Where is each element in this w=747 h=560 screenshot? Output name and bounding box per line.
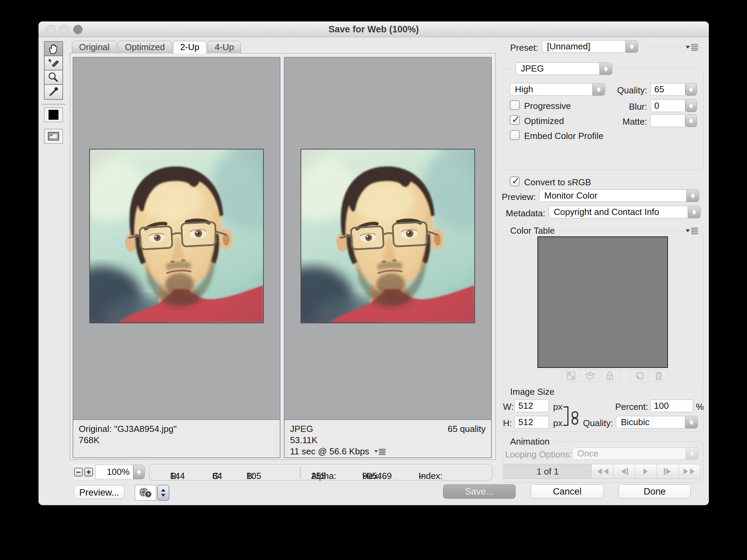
metadata-select[interactable]: Copyright and Contact Info bbox=[549, 206, 701, 218]
play-button[interactable] bbox=[635, 464, 657, 479]
original-pane[interactable]: Original: "GJ3A8954.jpg" 768K bbox=[73, 57, 280, 458]
delete-color-button[interactable] bbox=[649, 370, 669, 382]
play-icon bbox=[643, 468, 651, 475]
chevron-updown-icon bbox=[625, 40, 638, 53]
optimized-image bbox=[301, 149, 475, 323]
color-table-actions-left bbox=[561, 370, 620, 382]
done-button[interactable]: Done bbox=[619, 484, 691, 499]
optimized-canvas[interactable] bbox=[285, 58, 491, 419]
new-color-button[interactable] bbox=[630, 370, 649, 382]
last-frame-button[interactable] bbox=[679, 464, 701, 479]
zoom-out-button[interactable]: − bbox=[74, 468, 83, 477]
percent-input[interactable] bbox=[650, 400, 693, 412]
tab-2up[interactable]: 2-Up bbox=[173, 41, 207, 53]
convert-srgb-checkbox[interactable] bbox=[510, 176, 520, 186]
zoom-in-button[interactable]: + bbox=[84, 468, 93, 477]
preset-rule-left bbox=[501, 48, 508, 48]
browser-select-button[interactable]: ? bbox=[135, 485, 156, 501]
preset-select[interactable]: [Unnamed] bbox=[542, 40, 638, 53]
preview-select[interactable]: Monitor Color bbox=[539, 189, 699, 202]
looping-options-select[interactable]: Once bbox=[572, 447, 699, 460]
compression-select[interactable]: High bbox=[510, 83, 605, 96]
original-canvas[interactable] bbox=[73, 58, 280, 419]
height-input[interactable] bbox=[515, 416, 549, 429]
hand-tool-button[interactable] bbox=[45, 42, 62, 56]
previous-frame-button[interactable] bbox=[613, 464, 635, 479]
resample-quality-select[interactable]: Bicubic bbox=[616, 416, 698, 429]
width-unit: px bbox=[553, 402, 562, 412]
hand-icon bbox=[47, 43, 60, 55]
eyedropper-tool-button[interactable] bbox=[45, 85, 62, 99]
chevron-updown-icon bbox=[686, 189, 699, 202]
embed-color-profile-checkbox[interactable] bbox=[510, 130, 520, 140]
titlebar[interactable]: Save for Web (100%) bbox=[39, 21, 709, 37]
web-shift-button[interactable] bbox=[581, 370, 600, 382]
next-frame-button[interactable] bbox=[657, 464, 679, 479]
svg-text:?: ? bbox=[147, 492, 150, 497]
matte-stepper[interactable] bbox=[685, 114, 697, 127]
transparency-button[interactable] bbox=[561, 370, 581, 382]
progressive-checkbox[interactable] bbox=[510, 100, 520, 110]
toggle-slices-button[interactable] bbox=[44, 129, 63, 144]
matte-input[interactable] bbox=[651, 114, 685, 127]
zoom-icon bbox=[47, 72, 60, 83]
eyedropper-icon bbox=[47, 86, 60, 98]
preset-menu-icon[interactable] bbox=[684, 43, 699, 52]
download-speed-menu-icon[interactable] bbox=[374, 448, 386, 455]
browser-select-stepper[interactable] bbox=[157, 485, 169, 501]
transparency-icon bbox=[567, 371, 576, 380]
color-table-menu-icon[interactable] bbox=[684, 227, 699, 235]
percent-unit: % bbox=[696, 402, 704, 412]
toolbar-separator bbox=[41, 104, 66, 105]
percent-label: Percent: bbox=[601, 402, 648, 412]
save-button[interactable]: Save... bbox=[443, 484, 516, 499]
original-info: Original: "GJ3A8954.jpg" 768K bbox=[73, 419, 280, 457]
slice-select-tool-button[interactable] bbox=[45, 56, 62, 71]
trash-icon bbox=[654, 371, 663, 380]
cube-icon bbox=[586, 371, 595, 380]
format-select[interactable]: JPEG bbox=[516, 62, 612, 75]
zoom-level-stepper[interactable] bbox=[133, 465, 145, 479]
tab-optimized[interactable]: Optimized bbox=[118, 41, 172, 53]
wh-link-bracket bbox=[563, 406, 568, 426]
lock-color-button[interactable] bbox=[600, 370, 620, 382]
blur-label: Blur: bbox=[611, 102, 647, 112]
optimized-pane[interactable]: JPEG 65 quality 53.11K 11 sec @ 56.6 Kbp… bbox=[284, 57, 492, 458]
tab-4up[interactable]: 4-Up bbox=[208, 41, 241, 53]
quality-label: Quality: bbox=[597, 85, 647, 96]
quality-stepper[interactable] bbox=[685, 83, 697, 96]
looping-options-label: Looping Options: bbox=[505, 449, 572, 460]
preset-label: Preset: bbox=[510, 43, 538, 53]
matte-color-swatch-button[interactable] bbox=[44, 107, 63, 122]
optimized-filesize: 53.11K bbox=[290, 435, 486, 446]
frame-counter: 1 of 1 bbox=[504, 464, 592, 479]
tab-original[interactable]: Original bbox=[72, 41, 117, 53]
blur-input[interactable] bbox=[651, 99, 685, 112]
color-table-swatches[interactable] bbox=[537, 236, 668, 368]
optimized-format: JPEG bbox=[290, 423, 313, 435]
preview-in-browser-button[interactable]: Preview... bbox=[74, 485, 124, 499]
zoom-level-field[interactable]: 100% bbox=[95, 465, 133, 479]
resample-quality-label: Quality: bbox=[570, 418, 613, 429]
preview-label: Preview: bbox=[501, 192, 536, 202]
window-title: Save for Web (100%) bbox=[39, 21, 709, 37]
width-label: W: bbox=[503, 402, 514, 412]
chevron-updown-icon bbox=[685, 416, 698, 429]
previous-frame-icon bbox=[618, 468, 626, 475]
animation-legend: Animation bbox=[507, 436, 552, 447]
blur-stepper[interactable] bbox=[685, 99, 697, 112]
tool-column bbox=[44, 41, 63, 100]
screen: Save for Web (100%) bbox=[0, 0, 747, 560]
toggle-slices-icon bbox=[47, 131, 60, 142]
width-input[interactable] bbox=[515, 400, 549, 412]
browser-globe-icon: ? bbox=[138, 487, 153, 499]
quality-input[interactable] bbox=[651, 83, 685, 96]
readout-divider bbox=[300, 467, 301, 478]
cancel-button[interactable]: Cancel bbox=[531, 484, 604, 499]
new-swatch-icon bbox=[635, 371, 644, 380]
zoom-tool-button[interactable] bbox=[45, 71, 62, 85]
first-frame-button[interactable] bbox=[592, 464, 613, 479]
optimized-checkbox[interactable] bbox=[510, 115, 520, 125]
original-filesize: 768K bbox=[79, 435, 274, 446]
slice-select-icon bbox=[47, 57, 60, 69]
